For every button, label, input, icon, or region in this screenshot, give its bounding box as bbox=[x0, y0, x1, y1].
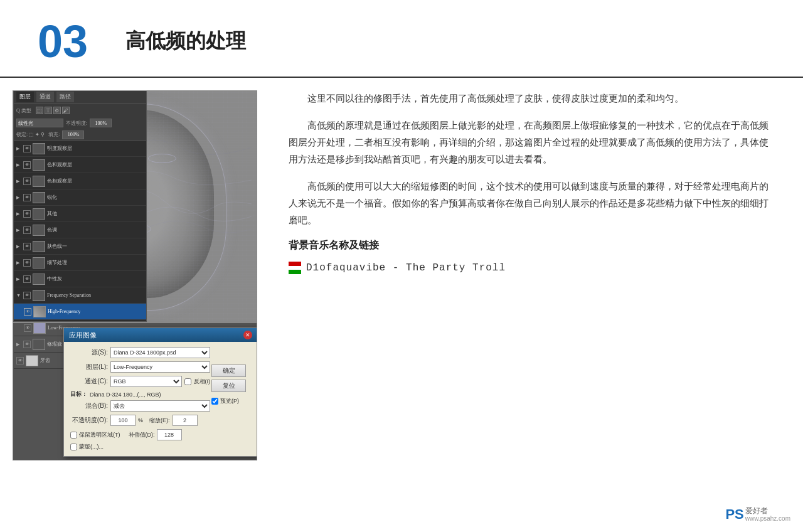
music-link-row: D1ofaquavibe - The Party Troll bbox=[289, 262, 772, 274]
eye-icon[interactable]: 👁 bbox=[23, 226, 31, 234]
fill-label: 填充: bbox=[48, 131, 60, 138]
layer-row: 图层(L): Low-Frequency bbox=[70, 361, 210, 373]
opacity-input[interactable]: 100% bbox=[90, 119, 112, 127]
layer-skin[interactable]: ▶ 👁 肤色线一 bbox=[14, 238, 146, 255]
expand-icon: ▶ bbox=[16, 146, 21, 151]
layer-freq-sep[interactable]: ▼ 👁 Frequency Separation bbox=[14, 287, 146, 304]
layer-tone[interactable]: ▶ 👁 色调 bbox=[14, 222, 146, 238]
layer-thumb bbox=[33, 274, 45, 285]
layers-search-row: Q 类型 ⬚ T ⚙ 🖌 bbox=[14, 104, 146, 117]
layer-thumb bbox=[33, 306, 46, 317]
layer-name: 牙齿 bbox=[40, 357, 50, 364]
preserve-label: 保留透明区域(T) bbox=[79, 431, 120, 439]
brand-url: www.psahz.com bbox=[745, 515, 790, 523]
layer-neutral-gray[interactable]: ▶ 👁 中性灰 bbox=[14, 271, 146, 287]
eye-icon[interactable]: 👁 bbox=[23, 161, 31, 169]
music-subtitle: 背景音乐名称及链接 bbox=[289, 239, 772, 252]
opacity-dialog-label: 不透明度(O): bbox=[70, 416, 108, 425]
layer-thumb bbox=[33, 159, 45, 171]
layers-tab[interactable]: 图层 bbox=[16, 92, 34, 102]
dialog-ok-button[interactable]: 确定 bbox=[211, 364, 246, 377]
eye-icon[interactable]: 👁 bbox=[23, 292, 31, 299]
expand-icon: ▶ bbox=[16, 179, 21, 184]
layer-detail[interactable]: ▶ 👁 细节处理 bbox=[14, 255, 146, 271]
layer-name: 肤色线一 bbox=[47, 243, 67, 250]
eye-icon[interactable]: 👁 bbox=[23, 194, 31, 201]
eye-icon[interactable]: 👁 bbox=[23, 210, 31, 218]
layer-name: 色调 bbox=[47, 226, 57, 233]
section-number: 03 bbox=[38, 19, 88, 64]
expand-icon: ▼ bbox=[16, 293, 21, 298]
right-panel: 这里不同以往的修图手法，首先使用了高低频处理了皮肤，使得皮肤过度更加的柔和均匀。… bbox=[270, 90, 790, 526]
filter-icon-3[interactable]: ⚙ bbox=[53, 107, 61, 114]
layer-name: 其他 bbox=[47, 210, 57, 217]
layer-thumb bbox=[33, 241, 45, 252]
offset-input[interactable] bbox=[157, 429, 182, 440]
layer-name: 明度观察层 bbox=[47, 145, 72, 152]
layers-panel: 图层 通道 路径 Q 类型 ⬚ T ⚙ 🖌 线性光 bbox=[13, 90, 147, 322]
layer-thumb bbox=[33, 322, 46, 334]
expand-icon: ▶ bbox=[16, 260, 21, 265]
mask-checkbox[interactable] bbox=[70, 444, 77, 450]
source-row: 源(S): Diana D-324 1800px.psd bbox=[70, 347, 210, 358]
preview-label: 预览(P) bbox=[220, 397, 239, 405]
eye-icon[interactable]: 👁 bbox=[23, 243, 31, 250]
channel-row: 通道(C): RGB 反相(I) bbox=[70, 376, 210, 387]
channels-tab[interactable]: 通道 bbox=[36, 92, 54, 102]
eye-icon[interactable]: 👁 bbox=[24, 324, 31, 332]
target-value: Diana D-324 180...(..., RGB) bbox=[90, 391, 161, 398]
layer-name: 修瑕疵 bbox=[47, 341, 62, 348]
opacity-dialog-input[interactable] bbox=[110, 415, 136, 426]
eye-icon[interactable]: 👁 bbox=[23, 178, 31, 185]
layer-hue[interactable]: ▶ 👁 色相观察层 bbox=[14, 173, 146, 189]
invert-checkbox[interactable] bbox=[184, 378, 191, 385]
opacity-row: 不透明度(O): % 缩放(E): bbox=[70, 415, 210, 426]
preview-checkbox[interactable] bbox=[211, 398, 218, 405]
mask-label: 蒙版(...)... bbox=[79, 443, 104, 451]
blending-select[interactable]: 减去 bbox=[110, 400, 210, 412]
eye-icon[interactable]: 👁 bbox=[23, 145, 31, 152]
source-select[interactable]: Diana D-324 1800px.psd bbox=[110, 347, 210, 358]
layer-thumb bbox=[33, 225, 45, 236]
dialog-close-button[interactable]: ✕ bbox=[243, 331, 252, 339]
offset-label: 补偿值(D): bbox=[129, 431, 155, 439]
eye-icon[interactable]: 👁 bbox=[23, 259, 31, 267]
target-row: 目标： Diana D-324 180...(..., RGB) bbox=[70, 390, 210, 398]
expand-icon: ▶ bbox=[16, 228, 21, 233]
layer-high-freq[interactable]: 👁 High-Frequency bbox=[14, 304, 146, 320]
filter-icon-4[interactable]: 🖌 bbox=[62, 107, 70, 114]
ps-screenshot: 图层 通道 路径 Q 类型 ⬚ T ⚙ 🖌 线性光 bbox=[13, 90, 257, 460]
left-panel: 图层 通道 路径 Q 类型 ⬚ T ⚙ 🖌 线性光 bbox=[13, 90, 257, 526]
layer-thumb bbox=[33, 176, 45, 187]
layer-name: 中性灰 bbox=[47, 275, 62, 282]
fill-input[interactable]: 100% bbox=[62, 130, 84, 139]
invert-label: 反相(I) bbox=[194, 378, 211, 386]
layer-other[interactable]: ▶ 👁 其他 bbox=[14, 206, 146, 222]
eye-icon[interactable]: 👁 bbox=[23, 275, 31, 283]
eye-icon[interactable]: 👁 bbox=[24, 308, 31, 316]
layer-sharpen[interactable]: ▶ 👁 锐化 bbox=[14, 189, 146, 206]
filter-icon-2[interactable]: T bbox=[45, 107, 52, 114]
blend-mode-select[interactable]: 线性光 bbox=[16, 119, 63, 127]
brand-text: 爱好者 www.psahz.com bbox=[745, 506, 790, 523]
dialog-cancel-button[interactable]: 复位 bbox=[211, 380, 246, 392]
music-text: D1ofaquavibe - The Party Troll bbox=[306, 262, 506, 274]
preserve-checkbox[interactable] bbox=[70, 432, 77, 439]
header-section: 03 高低频的处理 bbox=[0, 0, 803, 78]
target-label: 目标： bbox=[70, 390, 87, 398]
layer-thumb bbox=[26, 355, 38, 366]
layer-name: 细节处理 bbox=[47, 259, 67, 266]
bottom-brand: PS 爱好者 www.psahz.com bbox=[725, 506, 790, 523]
layer-select[interactable]: Low-Frequency bbox=[110, 361, 210, 373]
scale-input[interactable] bbox=[173, 415, 198, 426]
layer-brightness[interactable]: ▶ 👁 明度观察层 bbox=[14, 141, 146, 157]
channel-select[interactable]: RGB bbox=[110, 376, 182, 387]
paths-tab[interactable]: 路径 bbox=[56, 92, 74, 102]
eye-icon[interactable]: 👁 bbox=[23, 341, 31, 348]
layer-label: 图层(L): bbox=[70, 363, 108, 371]
eye-icon[interactable]: 👁 bbox=[16, 357, 24, 364]
expand-icon: ▶ bbox=[16, 162, 21, 168]
layer-name: 色相观察层 bbox=[47, 178, 72, 184]
filter-icon-1[interactable]: ⬚ bbox=[36, 107, 43, 114]
layer-color[interactable]: ▶ 👁 色和观察层 bbox=[14, 157, 146, 173]
